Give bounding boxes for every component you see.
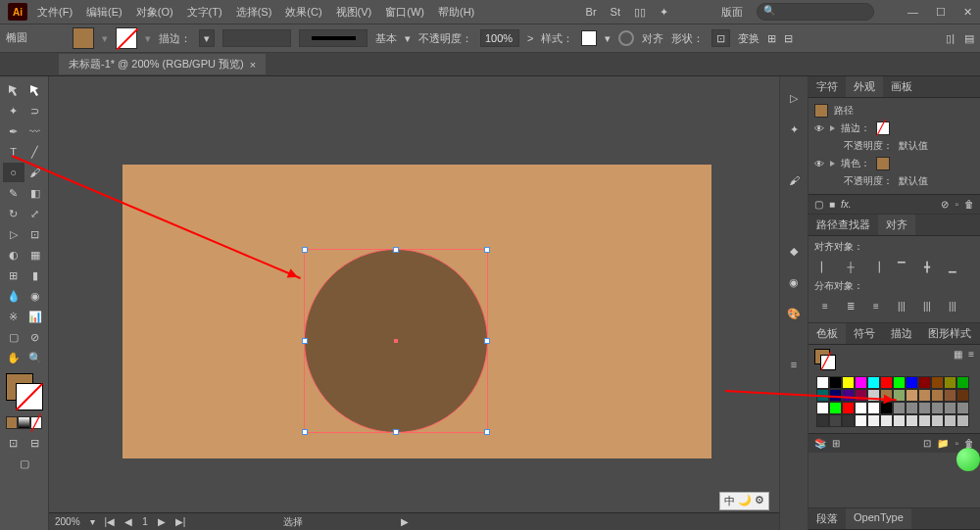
zoom-level[interactable]: 200%: [55, 516, 80, 527]
expand-icon[interactable]: [830, 161, 835, 167]
swatch-cell[interactable]: [893, 376, 906, 389]
swatch-cell[interactable]: [842, 376, 855, 389]
recolor-icon[interactable]: [618, 30, 634, 46]
minimize-icon[interactable]: —: [907, 6, 918, 19]
shape-corner-dropdown[interactable]: ⊡: [711, 29, 730, 47]
swatch-cell[interactable]: [867, 402, 880, 414]
arrange-icon[interactable]: ▯▯: [634, 6, 646, 19]
swatch-cell[interactable]: [906, 376, 918, 389]
fx-button[interactable]: fx.: [841, 199, 852, 210]
tab-swatches[interactable]: 色板: [808, 323, 846, 344]
sw-libraries-icon[interactable]: 📚: [814, 438, 826, 449]
eye-icon[interactable]: 👁: [814, 123, 824, 134]
swatch-cell[interactable]: [956, 389, 969, 402]
graph-tool-icon[interactable]: 📊: [24, 307, 46, 326]
swatch-cell[interactable]: [944, 402, 956, 414]
align-button[interactable]: 对齐: [642, 31, 663, 46]
stroke-profile-dropdown[interactable]: [222, 29, 291, 47]
swatch-cell[interactable]: [931, 402, 944, 414]
circle-panel-icon[interactable]: ◉: [780, 266, 808, 298]
canvas[interactable]: [49, 76, 779, 530]
menu-file[interactable]: 文件(F): [37, 5, 73, 20]
align-right-icon[interactable]: ▕: [865, 257, 887, 276]
stroke-swatch[interactable]: [116, 27, 137, 49]
selection-tool-icon[interactable]: [3, 80, 24, 100]
swatch-cell[interactable]: [855, 402, 867, 414]
brush-panel-icon[interactable]: 🖌: [780, 165, 808, 196]
artboard-tool-icon[interactable]: ▢: [3, 327, 24, 347]
draw-behind-icon[interactable]: ⊟: [24, 433, 46, 453]
clear-icon[interactable]: ⊘: [941, 199, 949, 210]
scale-tool-icon[interactable]: ⤢: [24, 204, 46, 223]
tab-appearance[interactable]: 外观: [846, 76, 883, 97]
trash-icon[interactable]: 🗑: [964, 199, 974, 210]
swatch-cell[interactable]: [944, 376, 956, 389]
sw-group-icon[interactable]: 📁: [937, 438, 949, 449]
sw-options-icon[interactable]: ⊡: [923, 438, 931, 449]
group-icon[interactable]: ⊟: [784, 32, 793, 45]
swatch-cell[interactable]: [842, 402, 855, 414]
maximize-icon[interactable]: ☐: [936, 6, 946, 19]
align-left-icon[interactable]: ▏: [814, 257, 836, 276]
opacity-stroke-value[interactable]: 默认值: [899, 139, 928, 153]
magic-wand-panel-icon[interactable]: ✦: [780, 114, 808, 145]
swatch-cell[interactable]: [931, 414, 944, 427]
tab-symbols[interactable]: 符号: [846, 323, 883, 344]
swatch-cell[interactable]: [829, 376, 842, 389]
swatch-cell[interactable]: [855, 376, 867, 389]
menu-help[interactable]: 帮助(H): [438, 5, 474, 20]
tab-pathfinder[interactable]: 路径查找器: [808, 215, 878, 235]
rotate-tool-icon[interactable]: ↻: [3, 204, 24, 223]
align-top-icon[interactable]: ▔: [891, 257, 912, 276]
swatch-cell[interactable]: [855, 389, 867, 402]
grid-view-icon[interactable]: ▦: [954, 349, 962, 370]
tab-align[interactable]: 对齐: [878, 215, 915, 235]
dist-vcenter-icon[interactable]: ≣: [840, 296, 861, 315]
swatch-cell[interactable]: [893, 389, 906, 402]
ime-toolbar[interactable]: 中 🌙 ⚙: [719, 492, 769, 510]
gradient-tool-icon[interactable]: ▮: [24, 265, 46, 285]
artboard-number[interactable]: 1: [142, 516, 148, 527]
none-mode-icon[interactable]: ╱: [30, 416, 42, 429]
selection-bounding-box[interactable]: [304, 249, 488, 433]
swatch-cell[interactable]: [855, 414, 867, 427]
layers-panel-icon[interactable]: ≡: [780, 349, 808, 380]
opacity-input[interactable]: 100%: [480, 29, 519, 47]
fill-swatch-panel[interactable]: [876, 157, 890, 170]
swatch-cell[interactable]: [931, 389, 944, 402]
style-swatch[interactable]: [581, 30, 597, 46]
gpu-icon[interactable]: ✦: [660, 6, 668, 19]
menu-effect[interactable]: 效果(C): [285, 5, 321, 20]
pencil-tool-icon[interactable]: ✎: [3, 183, 24, 203]
swatch-cell[interactable]: [956, 414, 969, 427]
fill-stroke-control[interactable]: [0, 373, 48, 412]
paintbrush-tool-icon[interactable]: 🖌: [24, 163, 46, 182]
swatch-cell[interactable]: [842, 414, 855, 427]
dist-hcenter-icon[interactable]: |||: [916, 296, 938, 315]
document-tab[interactable]: 未标题-1* @ 200% (RGB/GPU 预览) ×: [59, 54, 266, 74]
free-transform-tool-icon[interactable]: ⊡: [24, 224, 46, 244]
symbol-sprayer-tool-icon[interactable]: ※: [3, 307, 24, 326]
perspective-tool-icon[interactable]: ▦: [24, 245, 46, 265]
dist-right-icon[interactable]: |||: [942, 296, 963, 315]
swatch-cell[interactable]: [842, 389, 855, 402]
menu-edit[interactable]: 编辑(E): [86, 5, 122, 20]
swatch-cell[interactable]: [918, 402, 931, 414]
swatch-cell[interactable]: [906, 402, 918, 414]
ime-gear-icon[interactable]: ⚙: [755, 494, 764, 508]
swatch-cell[interactable]: [918, 389, 931, 402]
swatch-cell[interactable]: [867, 389, 880, 402]
slice-tool-icon[interactable]: ⊘: [24, 327, 46, 347]
nav-next-icon[interactable]: ▶: [158, 516, 166, 527]
swatch-cell[interactable]: [867, 414, 880, 427]
color-mode-icon[interactable]: [6, 416, 18, 429]
sw-stroke-icon[interactable]: ╱: [820, 355, 836, 370]
align-vcenter-icon[interactable]: ╋: [916, 257, 938, 276]
swatch-cell[interactable]: [880, 414, 893, 427]
dist-top-icon[interactable]: ≡: [814, 296, 836, 315]
opacity-fill-value[interactable]: 默认值: [899, 174, 928, 188]
swatch-cell[interactable]: [816, 402, 829, 414]
pen-tool-icon[interactable]: ✒: [3, 121, 24, 141]
gradient-mode-icon[interactable]: [18, 416, 29, 429]
selection-panel-icon[interactable]: ▷: [780, 82, 808, 114]
